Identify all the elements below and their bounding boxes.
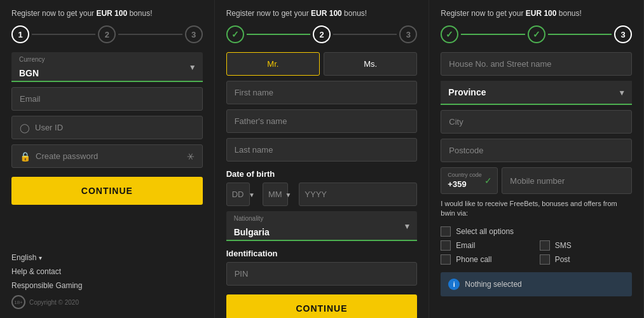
panel-step1: Register now to get your EUR 100 bonus! … (0, 0, 215, 318)
postcode-group (441, 139, 632, 162)
nationality-label: Nationality (226, 211, 418, 222)
nationality-select-wrapper[interactable]: Nationality Bulgaria ▼ (226, 211, 418, 241)
step-indicator-3: ✓ ✓ 3 (441, 25, 632, 43)
lastname-input[interactable] (226, 138, 418, 162)
info-icon: i (448, 279, 460, 290)
street-group (441, 52, 632, 76)
age-18-badge: 18+ (11, 295, 25, 309)
person-icon: ◯ (20, 123, 30, 133)
dob-year-wrapper[interactable] (299, 183, 417, 206)
promo-banner-3: Register now to get your EUR 100 bonus! (441, 9, 632, 18)
dob-day-select[interactable]: DD (226, 183, 250, 206)
dob-day-wrapper[interactable]: DD ▼ (226, 183, 259, 206)
step-1-circle: 1 (11, 25, 29, 43)
gender-ms-tab[interactable]: Ms. (324, 52, 417, 76)
phone-checkbox[interactable] (441, 254, 451, 265)
language-selector[interactable]: English ▾ (11, 253, 203, 262)
promo-highlight-1: EUR 100 (96, 9, 127, 18)
select-all-row: Select all options (441, 226, 632, 237)
step-3-circle-p2: 3 (399, 25, 417, 43)
step-indicator-1: 1 2 3 (11, 25, 203, 43)
dob-label: Date of birth (226, 169, 418, 179)
pin-input[interactable] (226, 262, 418, 286)
currency-label: Currency (11, 52, 203, 63)
country-code-box[interactable]: Country code +359 ✓ (441, 167, 498, 194)
copyright-text: Copyright © 2020 (29, 299, 79, 306)
dob-row: DD ▼ MM ▼ (226, 183, 418, 206)
promo-banner-2: Register now to get your EUR 100 bonus! (226, 9, 418, 18)
language-label: English (11, 253, 36, 262)
step-1-circle-done: ✓ (226, 25, 244, 43)
step-line-1-p3 (461, 34, 524, 35)
step-3-circle-active: 3 (614, 25, 632, 43)
gender-mr-tab[interactable]: Mr. (226, 52, 320, 76)
language-arrow-icon: ▾ (39, 254, 42, 261)
email-sms-row: Email SMS (441, 240, 632, 251)
panel-step3: Register now to get your EUR 100 bonus! … (429, 0, 644, 318)
phone-row: Country code +359 ✓ (441, 167, 632, 194)
help-label: Help & contact (11, 267, 61, 276)
currency-select-wrapper[interactable]: Currency BGN ▼ (11, 52, 203, 82)
step-1-circle-p3: ✓ (441, 25, 458, 43)
firstname-group (226, 81, 418, 104)
sms-checkbox-item: SMS (540, 240, 632, 251)
street-input[interactable] (441, 52, 632, 76)
eye-icon[interactable]: ⚹ (187, 151, 195, 162)
fathersname-input[interactable] (226, 109, 418, 133)
select-all-checkbox[interactable] (441, 226, 451, 237)
nothing-selected-banner: i Nothing selected (441, 272, 632, 296)
phone-post-row: Phone call Post (441, 254, 632, 265)
pin-group (226, 262, 418, 286)
password-input[interactable] (31, 145, 187, 167)
nothing-selected-text: Nothing selected (465, 280, 521, 289)
email-group (11, 87, 203, 111)
dob-month-wrapper[interactable]: MM ▼ (263, 183, 295, 206)
userid-group: ◯ (11, 116, 203, 139)
step-indicator-2: ✓ 2 3 (226, 25, 418, 43)
province-select-wrapper[interactable]: Province ▼ (441, 81, 632, 105)
responsible-label: Responsible Gaming (11, 281, 82, 290)
step-2-circle-active: 2 (313, 25, 331, 43)
country-code-verified-icon: ✓ (484, 176, 492, 186)
postcode-input[interactable] (441, 139, 632, 162)
city-input[interactable] (441, 110, 632, 134)
select-all-label: Select all options (456, 227, 514, 236)
lastname-group (226, 138, 418, 162)
continue-button-1[interactable]: CONTINUE (11, 177, 203, 205)
email-input[interactable] (11, 87, 203, 111)
email-checkbox-item: Email (441, 240, 533, 251)
promo-highlight-3: EUR 100 (526, 9, 557, 18)
nationality-select[interactable]: Bulgaria (226, 222, 418, 241)
email-checkbox[interactable] (441, 240, 451, 251)
step-3-circle: 3 (185, 25, 203, 43)
dob-year-input[interactable] (299, 183, 417, 206)
gender-tabs: Mr. Ms. (226, 52, 418, 76)
continue-button-2[interactable]: CONTINUE (226, 294, 418, 318)
post-checkbox-item: Post (540, 254, 632, 265)
step-2-circle-p3: ✓ (528, 25, 545, 43)
copyright: 18+ Copyright © 2020 (11, 295, 203, 309)
footer-1: English ▾ Help & contact Responsible Gam… (11, 245, 203, 309)
help-contact-link[interactable]: Help & contact (11, 267, 203, 276)
phone-checkbox-label: Phone call (456, 255, 491, 264)
step-line-1-2-done (247, 34, 310, 35)
country-code-value: +359 (448, 179, 466, 189)
post-checkbox[interactable] (540, 254, 550, 265)
panel-step2: Register now to get your EUR 100 bonus! … (215, 0, 430, 318)
dob-month-select[interactable]: MM (263, 183, 288, 206)
step-line-2-3-p2 (333, 34, 397, 35)
responsible-gaming-link[interactable]: Responsible Gaming (11, 281, 203, 290)
province-select[interactable]: Province (441, 81, 632, 105)
userid-input[interactable] (30, 116, 195, 139)
step-line-2-3 (118, 34, 182, 35)
currency-select[interactable]: BGN (11, 63, 203, 82)
freebets-text: I would like to receive FreeBets, bonuse… (441, 199, 632, 219)
mobile-input[interactable] (502, 167, 632, 194)
step-line-1-2 (32, 34, 95, 35)
firstname-input[interactable] (226, 81, 418, 104)
sms-checkbox[interactable] (540, 240, 550, 251)
password-group: 🔒 ⚹ (11, 144, 203, 168)
city-group (441, 110, 632, 134)
step-2-circle: 2 (98, 25, 116, 43)
promo-highlight-2: EUR 100 (311, 9, 342, 18)
